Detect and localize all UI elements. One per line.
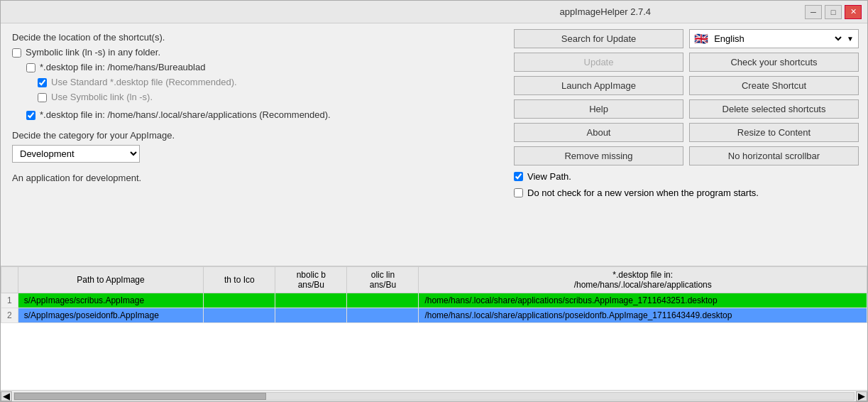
titlebar: appImageHelper 2.7.4 ─ □ ✕ bbox=[1, 1, 867, 23]
search-update-button[interactable]: Search for Update bbox=[514, 29, 683, 48]
check-shortcuts-button[interactable]: Check your shortcuts bbox=[689, 53, 859, 72]
use-standard-checkbox[interactable] bbox=[38, 78, 47, 87]
shortcut-location-label: Decide the location of the shortcut(s). bbox=[12, 32, 165, 43]
table-row[interactable]: 1s/AppImages/scribus.AppImage/home/hans/… bbox=[1, 293, 867, 308]
remove-missing-button[interactable]: Remove missing bbox=[514, 146, 683, 165]
use-symbolic-label: Use Symbolic link (ln -s). bbox=[51, 92, 153, 102]
data-table: Path to AppImage th to Ico nbolic bans/B… bbox=[1, 266, 867, 323]
resize-content-button[interactable]: Resize to Content bbox=[689, 123, 859, 142]
help-button[interactable]: Help bbox=[514, 99, 683, 119]
update-button[interactable]: Update bbox=[514, 53, 683, 72]
left-panel: Decide the location of the shortcut(s). … bbox=[1, 23, 505, 266]
cell-ans_bu bbox=[347, 293, 419, 308]
window-title: appImageHelper 2.7.4 bbox=[406, 6, 806, 17]
cell-nbolic_b bbox=[275, 308, 347, 323]
no-new-version-row: Do not check for a new version when the … bbox=[514, 188, 859, 198]
symbolic-link-row[interactable]: Symbolic link (ln -s) in any folder. bbox=[12, 47, 494, 58]
use-standard-label: Use Standard *.desktop file (Recommended… bbox=[51, 77, 237, 87]
shortcut-location-label-row: Decide the location of the shortcut(s). bbox=[12, 32, 494, 43]
category-select[interactable]: Development Office Graphics Internet Mul… bbox=[12, 145, 140, 163]
no-horizontal-button[interactable]: No horizontal scrollbar bbox=[689, 146, 859, 165]
cell-path: s/AppImages/scribus.AppImage bbox=[18, 293, 204, 308]
col-ans-bu: olic linans/Bu bbox=[347, 267, 419, 293]
language-select[interactable]: English Deutsch Nederlands bbox=[711, 33, 844, 45]
cell-icon_path bbox=[204, 293, 275, 308]
cell-ans_bu bbox=[347, 308, 419, 323]
category-label: Decide the category for your AppImage. bbox=[12, 130, 494, 141]
row-number: 2 bbox=[1, 308, 18, 323]
use-symbolic-checkbox[interactable] bbox=[38, 93, 47, 102]
close-button[interactable]: ✕ bbox=[845, 5, 862, 19]
app-description: An application for development. bbox=[12, 173, 494, 183]
main-content: Decide the location of the shortcut(s). … bbox=[1, 23, 867, 266]
view-path-label: View Path. bbox=[527, 171, 571, 182]
scrollbar-track[interactable] bbox=[13, 392, 855, 401]
launch-appimage-button[interactable]: Launch AppImage bbox=[514, 76, 683, 95]
cell-desktop_local: /home/hans/.local/share/applications/scr… bbox=[419, 293, 867, 308]
desktop-local-row[interactable]: *.desktop file in: /home/hans/.local/sha… bbox=[26, 109, 494, 120]
col-icon-path: th to Ico bbox=[204, 267, 275, 293]
maximize-button[interactable]: □ bbox=[825, 5, 842, 19]
col-nbolic-b: nbolic bans/Bu bbox=[275, 267, 347, 293]
col-desktop-local: *.desktop file in:/home/hans/.local/shar… bbox=[419, 267, 867, 293]
cell-icon_path bbox=[204, 308, 275, 323]
delete-shortcuts-button[interactable]: Delete selected shortcuts bbox=[689, 99, 859, 119]
about-button[interactable]: About bbox=[514, 123, 683, 142]
create-shortcut-button[interactable]: Create Shortcut bbox=[689, 76, 859, 95]
no-new-version-checkbox[interactable] bbox=[514, 188, 523, 197]
symbolic-link-label: Symbolic link (ln -s) in any folder. bbox=[26, 47, 160, 58]
minimize-button[interactable]: ─ bbox=[805, 5, 822, 19]
row-number: 1 bbox=[1, 293, 18, 308]
cell-desktop_local: /home/hans/.local/share/applications/pos… bbox=[419, 308, 867, 323]
cell-nbolic_b bbox=[275, 293, 347, 308]
no-new-version-label: Do not check for a new version when the … bbox=[527, 188, 759, 198]
symbolic-link-checkbox[interactable] bbox=[12, 48, 21, 58]
desktop-bureaublad-row[interactable]: *.desktop file in: /home/hans/Bureaublad bbox=[26, 62, 494, 72]
language-select-wrap: 🇬🇧 English Deutsch Nederlands ▼ bbox=[689, 29, 859, 48]
chevron-down-icon: ▼ bbox=[847, 35, 854, 43]
table-row[interactable]: 2s/AppImages/poseidonfb.AppImage/home/ha… bbox=[1, 308, 867, 323]
scrollbar-thumb[interactable] bbox=[14, 393, 266, 400]
view-path-checkbox[interactable] bbox=[514, 172, 523, 181]
desktop-bureaublad-checkbox[interactable] bbox=[26, 63, 35, 72]
col-path: Path to AppImage bbox=[18, 267, 204, 293]
desktop-local-label: *.desktop file in: /home/hans/.local/sha… bbox=[40, 109, 331, 120]
category-select-wrap: Development Office Graphics Internet Mul… bbox=[12, 145, 494, 163]
window-controls: ─ □ ✕ bbox=[805, 5, 862, 19]
flag-icon: 🇬🇧 bbox=[694, 32, 708, 45]
use-symbolic-row[interactable]: Use Symbolic link (ln -s). bbox=[38, 92, 494, 102]
cell-path: s/AppImages/poseidonfb.AppImage bbox=[18, 308, 204, 323]
desktop-bureaublad-label: *.desktop file in: /home/hans/Bureaublad bbox=[40, 62, 205, 72]
horizontal-scrollbar[interactable]: ◀ ▶ bbox=[1, 390, 867, 401]
right-panel: Search for Update 🇬🇧 English Deutsch Ned… bbox=[505, 23, 867, 266]
table-area[interactable]: Path to AppImage th to Ico nbolic bans/B… bbox=[1, 266, 867, 390]
desktop-local-checkbox[interactable] bbox=[26, 111, 35, 120]
view-path-row: View Path. bbox=[514, 171, 859, 182]
use-standard-row[interactable]: Use Standard *.desktop file (Recommended… bbox=[38, 77, 494, 87]
main-window: appImageHelper 2.7.4 ─ □ ✕ Decide the lo… bbox=[0, 0, 868, 402]
scroll-right-button[interactable]: ▶ bbox=[856, 391, 867, 401]
col-num bbox=[1, 267, 18, 293]
scroll-left-button[interactable]: ◀ bbox=[1, 391, 12, 401]
